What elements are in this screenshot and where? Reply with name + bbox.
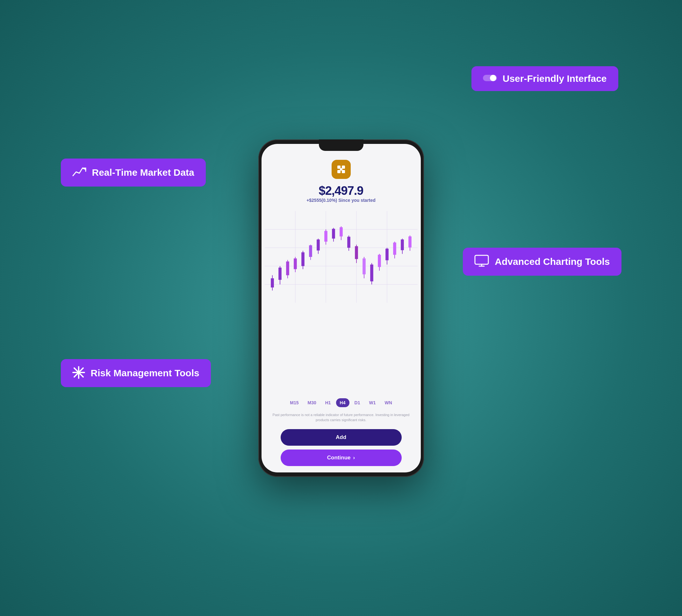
svg-rect-41 [340,227,343,236]
svg-rect-37 [324,231,327,242]
svg-point-13 [340,168,342,171]
asterisk-icon [72,366,85,380]
svg-rect-45 [355,246,358,259]
svg-rect-51 [378,255,381,267]
screen-content: $2,497.9 +$2555(0.10%) Since you started [262,144,421,472]
toggle-icon [483,74,497,84]
svg-rect-29 [294,258,297,269]
badge-risk: Risk Management Tools [61,359,211,387]
continue-button[interactable]: Continue › [281,450,402,466]
time-selector: M15 M30 H1 H4 D1 W1 WN [286,398,396,407]
badge-user-friendly: User-Friendly Interface [472,66,618,91]
svg-rect-2 [475,255,488,264]
svg-point-1 [490,75,496,81]
chevron-right-icon: › [353,455,355,461]
svg-rect-10 [342,166,345,169]
phone-screen: $2,497.9 +$2555(0.10%) Since you started [262,144,421,472]
time-btn-m15[interactable]: M15 [286,398,302,407]
svg-rect-33 [309,245,312,257]
phone: $2,497.9 +$2555(0.10%) Since you started [258,139,424,477]
svg-rect-43 [347,237,350,248]
time-btn-w1[interactable]: W1 [365,398,379,407]
portfolio-change: +$2555(0.10%) Since you started [306,198,376,203]
svg-rect-49 [370,264,373,281]
add-button[interactable]: Add [281,429,402,446]
candlestick-chart [265,209,417,305]
svg-rect-55 [393,242,396,254]
app-icon [332,160,351,179]
svg-rect-25 [278,267,281,280]
svg-rect-57 [401,239,404,250]
monitor-icon [474,255,489,269]
time-btn-h1[interactable]: H1 [321,398,335,407]
svg-rect-23 [271,278,274,287]
svg-rect-35 [317,239,320,251]
time-btn-wn[interactable]: WN [381,398,395,407]
svg-rect-47 [363,258,366,274]
realtime-label: Real-Time Market Data [92,167,194,178]
risk-label: Risk Management Tools [91,368,199,379]
scene: User-Friendly Interface Real-Time Market… [54,22,628,595]
time-btn-d1[interactable]: D1 [351,398,364,407]
svg-rect-11 [337,170,341,173]
svg-rect-59 [408,236,412,247]
svg-rect-31 [301,252,304,266]
app-logo-icon [336,164,347,175]
portfolio-value: $2,497.9 [319,184,363,198]
badge-realtime: Real-Time Market Data [61,159,206,187]
svg-rect-9 [337,166,341,169]
svg-rect-53 [385,248,389,260]
svg-rect-12 [342,170,345,173]
charting-label: Advanced Charting Tools [495,256,610,267]
svg-rect-27 [286,261,289,275]
chart-area [262,209,421,393]
badge-charting: Advanced Charting Tools [463,248,621,276]
time-btn-h4[interactable]: H4 [336,398,349,407]
svg-rect-39 [332,229,335,238]
user-friendly-label: User-Friendly Interface [503,73,607,84]
disclaimer-text: Past performance is not a reliable indic… [262,412,421,423]
phone-notch [319,139,363,151]
chart-icon [72,166,86,180]
time-btn-m30[interactable]: M30 [303,398,320,407]
